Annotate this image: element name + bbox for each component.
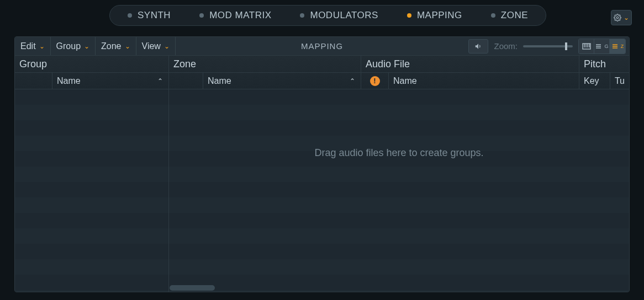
- nav-label: SYNTH: [138, 10, 171, 21]
- col-group: Group Name ⌃: [15, 56, 169, 89]
- nav-tab-mod-matrix[interactable]: MOD MATRIX: [185, 5, 286, 26]
- z-letter: Z: [621, 44, 624, 49]
- nav-label: ZONE: [501, 10, 528, 21]
- subcol-pitch-tune[interactable]: Tu: [610, 73, 629, 89]
- group-rows[interactable]: [15, 89, 169, 292]
- menu-label: View: [142, 41, 161, 51]
- mapping-panel: MAPPING Edit ⌄ Group ⌄ Zone ⌄ View ⌄ Zoo…: [14, 36, 630, 292]
- subcol-group-spacer[interactable]: [15, 73, 52, 89]
- settings-button[interactable]: ⌄: [611, 10, 632, 25]
- gear-icon: [614, 14, 621, 22]
- chevron-down-icon: ⌄: [624, 14, 629, 22]
- nav-dot-active: [407, 13, 411, 18]
- panel-toolbar: MAPPING Edit ⌄ Group ⌄ Zone ⌄ View ⌄ Zoo…: [15, 37, 629, 56]
- col-audio: Audio File ! Name: [361, 56, 579, 89]
- chevron-down-icon: ⌄: [39, 42, 45, 50]
- nav-dot: [199, 13, 204, 18]
- subcol-label: Name: [57, 76, 81, 86]
- edit-menu[interactable]: Edit ⌄: [15, 37, 51, 55]
- zone-rows[interactable]: Drag audio files here to create groups.: [169, 89, 629, 292]
- col-pitch: Pitch Key Tu: [579, 56, 629, 89]
- subcol-audio-name[interactable]: Name: [389, 73, 579, 89]
- drop-placeholder: Drag audio files here to create groups.: [169, 147, 629, 159]
- nav-tab-zone[interactable]: ZONE: [477, 5, 542, 26]
- list-group-icon: [595, 43, 604, 50]
- subcol-label: Tu: [615, 76, 625, 86]
- warning-icon: !: [370, 76, 380, 86]
- audition-button[interactable]: [468, 39, 488, 53]
- view-menu[interactable]: View ⌄: [136, 37, 176, 55]
- col-audio-title: Audio File: [366, 58, 410, 70]
- svg-point-0: [616, 17, 619, 19]
- nav-dot: [128, 13, 132, 18]
- group-menu[interactable]: Group ⌄: [51, 37, 96, 55]
- chevron-down-icon: ⌄: [84, 42, 89, 50]
- nav-tab-synth[interactable]: SYNTH: [113, 5, 185, 26]
- menu-label: Edit: [20, 41, 36, 51]
- subcol-label: Name: [208, 76, 231, 86]
- subcols-group: Name ⌃: [15, 72, 168, 89]
- view-keymap-button[interactable]: [579, 39, 594, 53]
- col-pitch-title: Pitch: [584, 58, 606, 70]
- subcols-zone: Name ⌃: [169, 72, 361, 89]
- view-zone-button[interactable]: Z: [610, 39, 625, 53]
- nav-dot: [300, 13, 304, 18]
- col-zone: Zone Name ⌃: [169, 56, 361, 89]
- subcol-audio-warn[interactable]: !: [361, 73, 389, 89]
- zoom-slider-thumb[interactable]: [565, 42, 567, 50]
- zone-menu[interactable]: Zone ⌄: [96, 37, 136, 55]
- horizontal-scrollbar-thumb[interactable]: [170, 285, 215, 291]
- nav-label: MOD MATRIX: [209, 10, 271, 21]
- rows-area[interactable]: Drag audio files here to create groups.: [15, 89, 629, 292]
- menu-label: Zone: [101, 41, 121, 51]
- subcol-pitch-key[interactable]: Key: [579, 73, 610, 89]
- subcol-zone-name[interactable]: Name ⌃: [203, 73, 361, 89]
- column-headers: Group Name ⌃ Zone Name ⌃ Audio File: [15, 56, 629, 89]
- top-nav: SYNTH MOD MATRIX MODULATORS MAPPING ZONE…: [0, 0, 644, 31]
- subcol-label: Name: [393, 76, 417, 86]
- subcol-zone-spacer[interactable]: [169, 73, 203, 89]
- g-letter: G: [604, 44, 608, 49]
- keymap-icon: [582, 43, 591, 50]
- zoom-label: Zoom:: [494, 41, 518, 51]
- nav-label: MAPPING: [417, 10, 462, 21]
- chevron-down-icon: ⌄: [125, 42, 130, 50]
- speaker-icon: [474, 42, 483, 50]
- subcols-audio: ! Name: [361, 72, 579, 89]
- sort-asc-icon: ⌃: [157, 77, 163, 85]
- zoom-slider[interactable]: [523, 45, 573, 47]
- subcol-group-name[interactable]: Name ⌃: [52, 73, 168, 89]
- menu-label: Group: [56, 41, 81, 51]
- list-zone-icon: [611, 43, 620, 50]
- nav-tabs: SYNTH MOD MATRIX MODULATORS MAPPING ZONE: [109, 5, 546, 26]
- toolbar-right: Zoom: G Z: [468, 37, 629, 55]
- nav-label: MODULATORS: [310, 10, 378, 21]
- nav-dot: [491, 13, 495, 18]
- col-group-title: Group: [19, 58, 47, 70]
- view-group-button[interactable]: G: [594, 39, 610, 53]
- sort-asc-icon: ⌃: [350, 77, 355, 85]
- nav-tab-modulators[interactable]: MODULATORS: [286, 5, 392, 26]
- col-zone-title: Zone: [173, 58, 196, 70]
- nav-tab-mapping[interactable]: MAPPING: [393, 5, 477, 26]
- chevron-down-icon: ⌄: [164, 42, 170, 50]
- view-mode-buttons: G Z: [578, 39, 626, 54]
- subcols-pitch: Key Tu: [579, 72, 629, 89]
- subcol-label: Key: [584, 76, 599, 86]
